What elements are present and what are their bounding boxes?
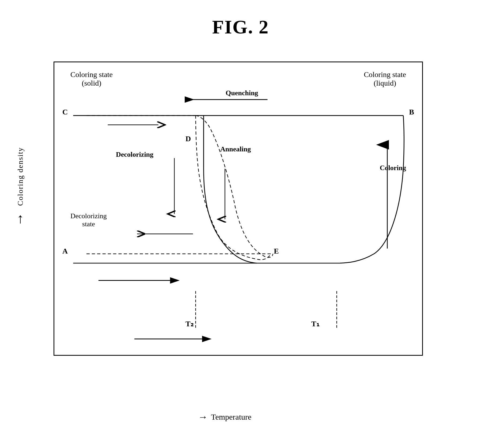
y-axis-text: Coloring density	[16, 147, 25, 206]
diagram-container: Coloring state (solid) Coloring state (l…	[54, 62, 423, 356]
x-axis-arrow-icon: →	[198, 411, 208, 423]
x-axis-text: Temperature	[211, 412, 251, 422]
y-axis-arrow-icon: ↑	[17, 210, 24, 226]
page-title: FIG. 2	[0, 0, 481, 38]
diagram-svg	[54, 62, 422, 355]
x-axis-label: → Temperature	[198, 411, 251, 423]
y-axis-label: Coloring density ↑	[16, 147, 25, 226]
